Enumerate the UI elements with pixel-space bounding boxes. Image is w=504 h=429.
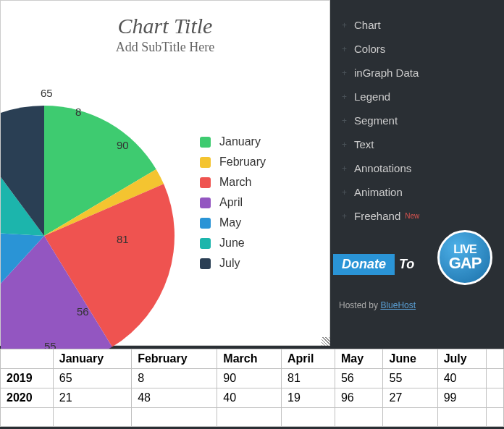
sidebar-item-ingraph-data[interactable]: +inGraph Data (333, 61, 504, 85)
sidebar-label: Chart (354, 19, 381, 31)
col-empty[interactable] (487, 349, 504, 369)
legend-swatch-icon (200, 197, 211, 208)
col-head-april[interactable]: April (282, 349, 335, 369)
legend-label: May (219, 216, 241, 229)
legend-item-may[interactable]: May (200, 216, 266, 229)
livegap-logo[interactable]: LIVEGAP (437, 230, 492, 285)
col-head-may[interactable]: May (335, 349, 383, 369)
cell-empty[interactable] (487, 408, 504, 427)
table-cell[interactable]: 96 (335, 388, 383, 408)
legend-swatch-icon (200, 258, 211, 269)
slice-value-label: 90 (117, 139, 129, 151)
legend-item-february[interactable]: February (200, 156, 266, 169)
table-cell[interactable]: 90 (217, 369, 282, 388)
data-table[interactable]: JanuaryFebruaryMarchAprilMayJuneJuly2019… (0, 349, 504, 427)
table-cell[interactable]: 40 (437, 369, 487, 388)
cell-empty[interactable] (383, 408, 437, 427)
pie-chart[interactable]: 6589081565540 (1, 55, 189, 359)
expand-icon: + (342, 20, 347, 30)
chart-legend: JanuaryFebruaryMarchAprilMayJuneJuly (200, 135, 266, 277)
expand-icon: + (342, 211, 347, 221)
table-cell[interactable]: 27 (383, 388, 437, 408)
slice-value-label: 8 (75, 106, 81, 118)
legend-swatch-icon (200, 238, 211, 249)
row-head-2019[interactable]: 2019 (1, 369, 54, 388)
col-head-july[interactable]: July (437, 349, 487, 369)
donate-row: Donate To (333, 254, 414, 275)
legend-item-june[interactable]: June (200, 237, 266, 250)
sidebar-item-text[interactable]: +Text (333, 132, 504, 156)
sidebar-item-annotations[interactable]: +Annotations (333, 156, 504, 180)
slice-value-label: 56 (77, 305, 89, 318)
sidebar-label: Animation (354, 186, 403, 198)
col-head-june[interactable]: June (383, 349, 437, 369)
sidebar-item-freehand[interactable]: +FreehandNew (333, 204, 504, 228)
legend-label: February (219, 156, 266, 169)
expand-icon: + (342, 92, 347, 102)
table-cell[interactable]: 8 (132, 369, 217, 388)
chart-title[interactable]: Chart Title (1, 14, 329, 38)
chart-panel: Chart Title Add SubTitle Here 6589081565… (0, 0, 330, 346)
sidebar-label: inGraph Data (354, 67, 419, 79)
legend-label: July (219, 257, 240, 270)
legend-label: March (219, 176, 251, 189)
cell-empty[interactable] (132, 408, 217, 427)
sidebar-label: Legend (354, 90, 390, 103)
col-head-january[interactable]: January (53, 349, 131, 369)
col-head-march[interactable]: March (217, 349, 282, 369)
legend-item-april[interactable]: April (200, 196, 266, 209)
table-cell[interactable]: 19 (282, 388, 335, 408)
col-head-february[interactable]: February (132, 349, 217, 369)
donate-button[interactable]: Donate (333, 254, 395, 275)
slice-value-label: 65 (41, 87, 53, 99)
bluehost-link[interactable]: BlueHost (380, 300, 416, 310)
expand-icon: + (342, 68, 347, 78)
cell-empty[interactable] (487, 369, 504, 388)
donate-to-label: To (399, 257, 414, 272)
cell-empty[interactable] (487, 388, 504, 408)
sidebar-item-legend[interactable]: +Legend (333, 85, 504, 109)
table-cell[interactable]: 65 (53, 369, 131, 388)
cell-empty[interactable] (335, 408, 383, 427)
resize-handle-icon[interactable] (322, 337, 330, 346)
table-cell[interactable]: 48 (132, 388, 217, 408)
legend-item-march[interactable]: March (200, 176, 266, 189)
hosted-prefix: Hosted by (339, 300, 380, 310)
table-cell[interactable]: 81 (282, 369, 335, 388)
sidebar-item-segment[interactable]: +Segment (333, 109, 504, 132)
cell-empty[interactable] (53, 408, 131, 427)
row-head-2020[interactable]: 2020 (1, 388, 54, 408)
sidebar-label: Segment (354, 114, 398, 127)
chart-subtitle[interactable]: Add SubTitle Here (1, 40, 329, 55)
legend-swatch-icon (200, 137, 211, 148)
legend-item-july[interactable]: July (200, 257, 266, 270)
legend-label: January (219, 135, 261, 148)
sidebar-item-colors[interactable]: +Colors (333, 37, 504, 61)
legend-item-january[interactable]: January (200, 135, 266, 148)
cell-empty[interactable] (1, 408, 54, 427)
legend-swatch-icon (200, 218, 211, 229)
sidebar-item-animation[interactable]: +Animation (333, 180, 504, 204)
hosted-by: Hosted by BlueHost (339, 300, 416, 310)
data-table-wrap: JanuaryFebruaryMarchAprilMayJuneJuly2019… (0, 349, 504, 427)
table-cell[interactable]: 56 (335, 369, 383, 388)
expand-icon: + (342, 140, 347, 150)
table-cell[interactable]: 40 (217, 388, 282, 408)
sidebar-item-chart[interactable]: +Chart (333, 13, 504, 37)
sidebar-label: Text (354, 138, 374, 150)
cell-empty[interactable] (217, 408, 282, 427)
cell-empty[interactable] (282, 408, 335, 427)
legend-label: June (219, 237, 245, 250)
cell-empty[interactable] (437, 408, 487, 427)
slice-value-label: 81 (117, 233, 129, 245)
expand-icon: + (342, 187, 347, 197)
table-cell[interactable]: 55 (383, 369, 437, 388)
expand-icon: + (342, 44, 347, 54)
table-cell[interactable]: 99 (437, 388, 487, 408)
legend-label: April (219, 196, 243, 209)
legend-swatch-icon (200, 177, 211, 188)
new-badge: New (405, 212, 419, 220)
table-cell[interactable]: 21 (53, 388, 131, 408)
expand-icon: + (342, 163, 347, 174)
table-corner[interactable] (1, 349, 54, 369)
